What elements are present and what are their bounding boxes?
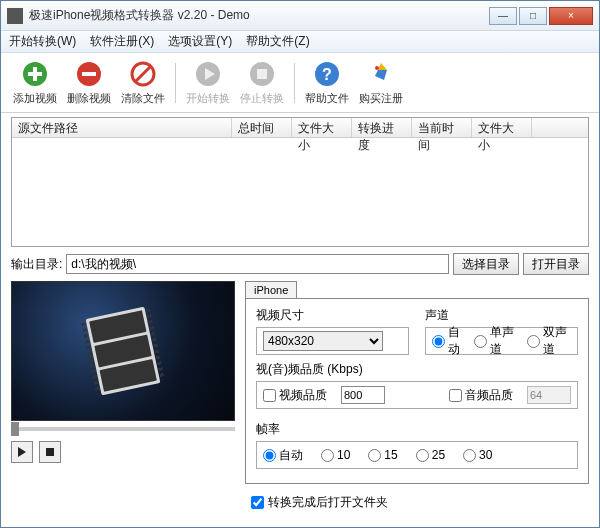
maximize-button[interactable]: □ <box>519 7 547 25</box>
add-label: 添加视频 <box>13 91 57 106</box>
svg-rect-2 <box>28 72 42 76</box>
fps-15-radio[interactable]: 15 <box>368 448 397 462</box>
preview-panel <box>11 281 235 484</box>
app-icon <box>7 8 23 24</box>
clear-files-button[interactable]: 清除文件 <box>117 57 169 109</box>
svg-rect-4 <box>82 72 96 76</box>
svg-point-15 <box>375 66 379 70</box>
col-current-time[interactable]: 当前时间 <box>412 118 472 137</box>
svg-line-6 <box>136 67 150 81</box>
menu-options[interactable]: 选项设置(Y) <box>168 33 232 50</box>
fps-25-radio[interactable]: 25 <box>416 448 445 462</box>
output-row: 输出目录: 选择目录 打开目录 <box>11 253 589 275</box>
start-label: 开始转换 <box>186 91 230 106</box>
quality-group: 视(音)频品质 (Kbps) 视频品质 音频品质 <box>256 361 578 415</box>
buy-label: 购买注册 <box>359 91 403 106</box>
col-total-time[interactable]: 总时间 <box>232 118 292 137</box>
clear-label: 清除文件 <box>121 91 165 106</box>
tab-iphone[interactable]: iPhone <box>245 281 297 298</box>
seek-slider[interactable] <box>11 427 235 431</box>
table-header: 源文件路径 总时间 文件大小 转换进度 当前时间 文件大小 <box>12 118 588 138</box>
window-buttons: — □ × <box>489 7 593 25</box>
help-file-button[interactable]: ? 帮助文件 <box>301 57 353 109</box>
menubar: 开始转换(W) 软件注册(X) 选项设置(Y) 帮助文件(Z) <box>1 31 599 53</box>
minimize-button[interactable]: — <box>489 7 517 25</box>
stop-icon <box>248 60 276 88</box>
preview-image <box>11 281 235 421</box>
svg-marker-13 <box>378 63 387 70</box>
stop-convert-button[interactable]: 停止转换 <box>236 57 288 109</box>
toolbar: 添加视频 删除视频 清除文件 开始转换 停止转换 ? 帮助文件 购买注册 <box>1 53 599 113</box>
play-button[interactable] <box>11 441 33 463</box>
audio-quality-input[interactable] <box>527 386 571 404</box>
titlebar[interactable]: 极速iPhone视频格式转换器 v2.20 - Demo — □ × <box>1 1 599 31</box>
add-icon <box>21 60 49 88</box>
channel-group: 声道 自动 单声道 双声道 <box>425 307 578 355</box>
channel-auto-radio[interactable]: 自动 <box>432 324 466 358</box>
content-area: 源文件路径 总时间 文件大小 转换进度 当前时间 文件大小 输出目录: 选择目录… <box>1 113 599 527</box>
svg-marker-16 <box>18 447 26 457</box>
start-icon <box>194 60 222 88</box>
col-file-size2[interactable]: 文件大小 <box>472 118 532 137</box>
format-tabs: iPhone <box>245 281 589 298</box>
stop-label: 停止转换 <box>240 91 284 106</box>
framerate-label: 帧率 <box>256 421 578 438</box>
lower-panel: iPhone 视频尺寸 480x320 声 <box>11 281 589 484</box>
toolbar-separator <box>294 63 295 103</box>
framerate-group: 帧率 自动 10 15 25 30 <box>256 421 578 475</box>
add-video-button[interactable]: 添加视频 <box>9 57 61 109</box>
browse-folder-button[interactable]: 选择目录 <box>453 253 519 275</box>
output-path-input[interactable] <box>66 254 449 274</box>
buy-register-button[interactable]: 购买注册 <box>355 57 407 109</box>
menu-start-convert[interactable]: 开始转换(W) <box>9 33 76 50</box>
help-icon: ? <box>313 60 341 88</box>
menu-register[interactable]: 软件注册(X) <box>90 33 154 50</box>
svg-marker-14 <box>375 70 387 80</box>
video-size-label: 视频尺寸 <box>256 307 409 324</box>
channel-label: 声道 <box>425 307 578 324</box>
clear-icon <box>129 60 157 88</box>
video-quality-check[interactable]: 视频品质 <box>263 387 327 404</box>
col-file-size[interactable]: 文件大小 <box>292 118 352 137</box>
svg-rect-10 <box>257 69 267 79</box>
video-size-group: 视频尺寸 480x320 <box>256 307 409 355</box>
app-window: 极速iPhone视频格式转换器 v2.20 - Demo — □ × 开始转换(… <box>0 0 600 528</box>
window-title: 极速iPhone视频格式转换器 v2.20 - Demo <box>29 7 489 24</box>
menu-help[interactable]: 帮助文件(Z) <box>246 33 309 50</box>
col-progress[interactable]: 转换进度 <box>352 118 412 137</box>
svg-rect-17 <box>46 448 54 456</box>
open-folder-button[interactable]: 打开目录 <box>523 253 589 275</box>
file-table[interactable]: 源文件路径 总时间 文件大小 转换进度 当前时间 文件大小 <box>11 117 589 247</box>
seek-row <box>11 427 235 431</box>
buy-icon <box>367 60 395 88</box>
video-size-select[interactable]: 480x320 <box>263 331 383 351</box>
start-convert-button[interactable]: 开始转换 <box>182 57 234 109</box>
remove-video-button[interactable]: 删除视频 <box>63 57 115 109</box>
quality-label: 视(音)频品质 (Kbps) <box>256 361 578 378</box>
channel-mono-radio[interactable]: 单声道 <box>474 324 518 358</box>
fps-10-radio[interactable]: 10 <box>321 448 350 462</box>
fps-auto-radio[interactable]: 自动 <box>263 447 303 464</box>
toolbar-separator <box>175 63 176 103</box>
channel-stereo-radio[interactable]: 双声道 <box>527 324 571 358</box>
audio-quality-check[interactable]: 音频品质 <box>449 387 513 404</box>
settings-panel: iPhone 视频尺寸 480x320 声 <box>245 281 589 484</box>
open-folder-after-label: 转换完成后打开文件夹 <box>268 494 388 511</box>
output-label: 输出目录: <box>11 256 62 273</box>
remove-icon <box>75 60 103 88</box>
open-folder-after-check[interactable]: 转换完成后打开文件夹 <box>251 494 589 511</box>
close-button[interactable]: × <box>549 7 593 25</box>
stop-playback-button[interactable] <box>39 441 61 463</box>
playback-controls <box>11 441 235 463</box>
help-label: 帮助文件 <box>305 91 349 106</box>
col-source-path[interactable]: 源文件路径 <box>12 118 232 137</box>
settings-body: 视频尺寸 480x320 声道 自动 单声道 <box>245 298 589 484</box>
video-quality-input[interactable] <box>341 386 385 404</box>
remove-label: 删除视频 <box>67 91 111 106</box>
fps-30-radio[interactable]: 30 <box>463 448 492 462</box>
svg-text:?: ? <box>322 66 332 83</box>
filmstrip-icon <box>86 307 161 396</box>
